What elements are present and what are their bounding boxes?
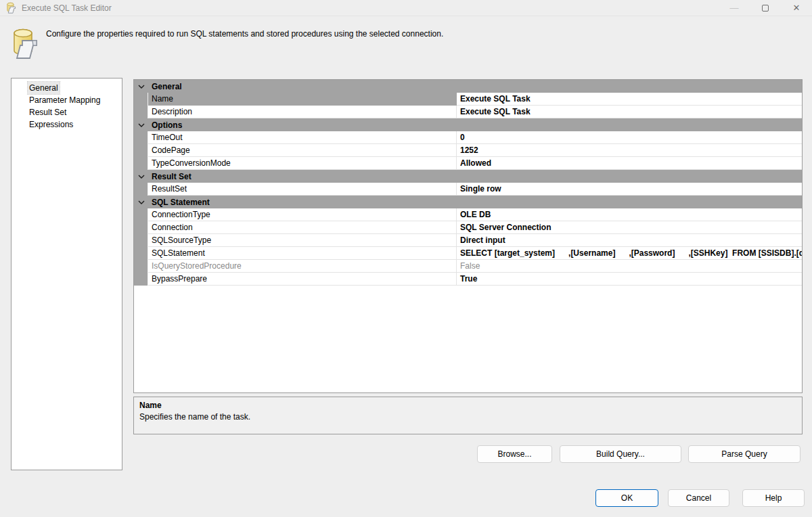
parse-query-button[interactable]: Parse Query: [688, 445, 800, 463]
ok-button[interactable]: OK: [595, 489, 658, 507]
browse-button[interactable]: Browse...: [477, 445, 552, 463]
chevron-down-icon[interactable]: [134, 85, 149, 89]
property-name: SQLSourceType: [148, 234, 457, 247]
sidebar-item-label: Expressions: [28, 118, 74, 131]
sidebar-item-expressions[interactable]: Expressions: [12, 118, 122, 131]
section-header-result-set[interactable]: Result Set: [134, 170, 802, 183]
row-gutter: [134, 234, 148, 247]
property-row-connection[interactable]: Connection SQL Server Connection: [134, 221, 802, 234]
property-name: SQLStatement: [148, 247, 457, 260]
property-value[interactable]: Execute SQL Task: [457, 106, 802, 118]
row-gutter: [134, 221, 148, 234]
window-controls: — ✕: [719, 0, 812, 16]
chevron-down-icon[interactable]: [134, 200, 149, 204]
property-name: ResultSet: [148, 183, 457, 196]
row-gutter: [134, 183, 148, 196]
section-title: Result Set: [149, 172, 191, 181]
property-name: Name: [148, 93, 457, 106]
property-value[interactable]: Allowed: [457, 157, 802, 170]
property-value[interactable]: False: [457, 260, 802, 273]
sql-task-header-icon: [12, 27, 39, 60]
property-row-timeout[interactable]: TimeOut 0: [134, 131, 802, 144]
help-button[interactable]: Help: [742, 489, 805, 507]
property-value[interactable]: SQL Server Connection: [457, 221, 802, 234]
row-gutter: [134, 106, 148, 118]
property-grid: General Name Execute SQL Task Descriptio…: [133, 79, 803, 393]
section-title: Options: [149, 120, 182, 130]
property-value[interactable]: OLE DB: [457, 208, 802, 221]
sidebar-item-label: General: [28, 82, 60, 94]
property-value[interactable]: Direct input: [457, 234, 802, 247]
property-name: TypeConversionMode: [148, 157, 457, 170]
property-name: BypassPrepare: [148, 273, 457, 286]
property-value[interactable]: 0: [457, 131, 802, 144]
row-gutter: [134, 208, 148, 221]
property-description-title: Name: [139, 401, 796, 410]
property-description-text: Specifies the name of the task.: [139, 412, 796, 422]
property-row-description[interactable]: Description Execute SQL Task: [134, 106, 802, 118]
property-description-panel: Name Specifies the name of the task.: [133, 397, 803, 434]
property-value[interactable]: SELECT [target_system] ,[Username] ,[Pas…: [457, 247, 802, 260]
minimize-icon[interactable]: —: [719, 0, 750, 16]
execute-sql-task-editor-dialog: { "window": { "title": "Execute SQL Task…: [0, 0, 812, 517]
property-value[interactable]: 1252: [457, 144, 802, 157]
property-row-sqlsourcetype[interactable]: SQLSourceType Direct input: [134, 234, 802, 247]
property-value[interactable]: Single row: [457, 183, 802, 196]
window-title: Execute SQL Task Editor: [22, 3, 112, 13]
sql-task-app-icon: [5, 2, 17, 14]
section-header-options[interactable]: Options: [134, 118, 802, 131]
property-name: CodePage: [148, 144, 457, 157]
property-row-bypassprepare[interactable]: BypassPrepare True: [134, 273, 802, 286]
property-name: Description: [148, 106, 457, 118]
property-value[interactable]: True: [457, 273, 802, 286]
property-row-sqlstatement[interactable]: SQLStatement SELECT [target_system] ,[Us…: [134, 247, 802, 260]
section-header-sql-statement[interactable]: SQL Statement: [134, 196, 802, 208]
maximize-icon[interactable]: [750, 0, 781, 16]
build-query-button[interactable]: Build Query...: [560, 445, 681, 463]
row-gutter: [134, 131, 148, 144]
sidebar-item-result-set[interactable]: Result Set: [12, 106, 122, 118]
row-gutter: [134, 273, 148, 286]
property-row-resultset[interactable]: ResultSet Single row: [134, 183, 802, 196]
property-name: Connection: [148, 221, 457, 234]
property-name: ConnectionType: [148, 208, 457, 221]
property-row-codepage[interactable]: CodePage 1252: [134, 144, 802, 157]
section-title: General: [149, 82, 182, 91]
property-row-name[interactable]: Name Execute SQL Task: [134, 93, 802, 106]
cancel-button[interactable]: Cancel: [668, 489, 729, 507]
property-row-typeconversionmode[interactable]: TypeConversionMode Allowed: [134, 157, 802, 170]
section-title: SQL Statement: [149, 198, 210, 207]
row-gutter: [134, 144, 148, 157]
property-row-connectiontype[interactable]: ConnectionType OLE DB: [134, 208, 802, 221]
close-icon[interactable]: ✕: [781, 0, 812, 16]
chevron-down-icon[interactable]: [134, 123, 149, 127]
row-gutter: [134, 157, 148, 170]
property-row-isquerystoredprocedure[interactable]: IsQueryStoredProcedure False: [134, 260, 802, 273]
page-list: General Parameter Mapping Result Set Exp…: [11, 78, 122, 470]
row-gutter: [134, 247, 148, 260]
row-gutter: [134, 260, 148, 273]
sidebar-item-general[interactable]: General: [12, 82, 122, 94]
chevron-down-icon[interactable]: [134, 175, 149, 179]
property-name: TimeOut: [148, 131, 457, 144]
sidebar-item-label: Parameter Mapping: [28, 94, 102, 106]
sidebar-item-parameter-mapping[interactable]: Parameter Mapping: [12, 94, 122, 106]
property-name: IsQueryStoredProcedure: [148, 260, 457, 273]
title-bar: Execute SQL Task Editor — ✕: [0, 0, 812, 16]
sidebar-item-label: Result Set: [28, 106, 68, 118]
property-value[interactable]: Execute SQL Task: [457, 93, 802, 106]
row-gutter: [134, 93, 148, 106]
dialog-description: Configure the properties required to run…: [46, 29, 655, 39]
section-header-general[interactable]: General: [134, 80, 802, 93]
